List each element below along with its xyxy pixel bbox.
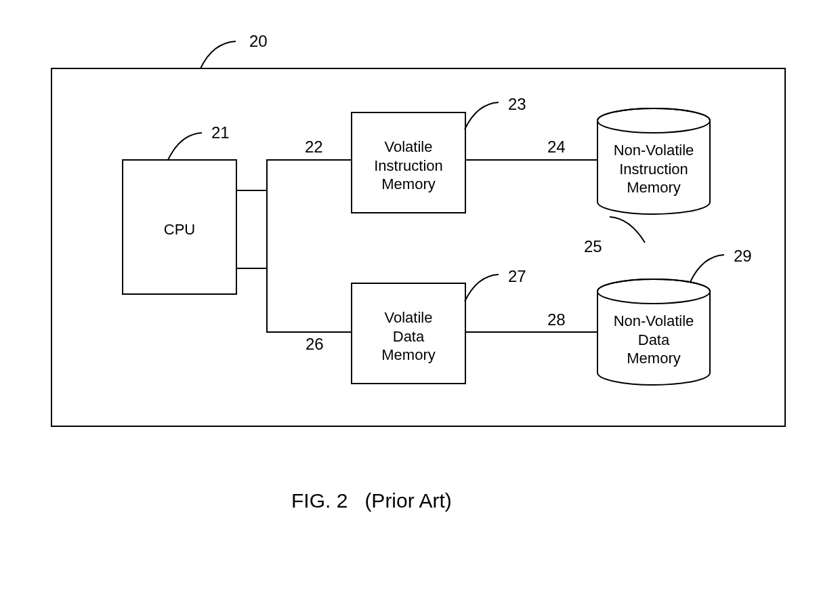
figure-caption: FIG. 2 (Prior Art) — [291, 489, 452, 512]
caption-fig: FIG. 2 — [291, 489, 348, 512]
vol-instr-l3: Memory — [381, 176, 435, 192]
label-26: 26 — [306, 335, 324, 354]
nv-instr-label-group: Non-Volatile Instruction Memory — [596, 141, 711, 197]
cpu-stub-lower — [237, 268, 268, 269]
diagram-canvas: 20 CPU 21 Volatile Instruction Memory 23… — [0, 0, 840, 616]
label-21: 21 — [211, 123, 230, 142]
bus-28 — [466, 331, 597, 333]
vol-data-l1: Volatile — [385, 309, 433, 326]
nv-data-label-group: Non-Volatile Data Memory — [596, 312, 711, 368]
cpu-block: CPU — [122, 159, 237, 295]
vol-instr-l2: Instruction — [374, 157, 443, 174]
caption-prior: (Prior Art) — [364, 489, 451, 512]
volatile-instruction-memory-block: Volatile Instruction Memory — [351, 112, 466, 213]
nv-instr-l1: Non-Volatile — [614, 142, 694, 159]
cpu-label: CPU — [123, 220, 236, 239]
label-29: 29 — [734, 247, 752, 266]
label-28: 28 — [547, 310, 566, 329]
vol-instr-l1: Volatile — [385, 138, 433, 155]
leader-27 — [461, 270, 503, 304]
nv-data-l3: Memory — [627, 350, 680, 367]
bus-24 — [466, 159, 597, 161]
leader-29 — [686, 251, 728, 285]
nv-data-l2: Data — [638, 331, 669, 348]
leader-25 — [607, 213, 649, 248]
cpu-stub-upper — [237, 190, 268, 191]
vol-data-l2: Data — [393, 328, 424, 345]
label-23: 23 — [508, 95, 526, 114]
leader-23 — [461, 98, 503, 132]
label-27: 27 — [508, 267, 526, 286]
bus-26 — [266, 331, 351, 333]
label-20: 20 — [249, 32, 268, 51]
leader-21 — [164, 129, 206, 163]
volatile-data-memory-block: Volatile Data Memory — [351, 283, 466, 384]
vol-data-l3: Memory — [381, 346, 435, 363]
label-25: 25 — [584, 237, 602, 256]
leader-20 — [196, 37, 244, 71]
bus-22 — [266, 159, 351, 161]
cpu-bus-trunk — [266, 159, 268, 333]
label-22: 22 — [305, 138, 323, 157]
nv-instr-l2: Instruction — [619, 161, 688, 178]
nv-instr-l3: Memory — [627, 179, 680, 196]
label-24: 24 — [547, 138, 566, 157]
nv-data-l1: Non-Volatile — [614, 312, 694, 329]
